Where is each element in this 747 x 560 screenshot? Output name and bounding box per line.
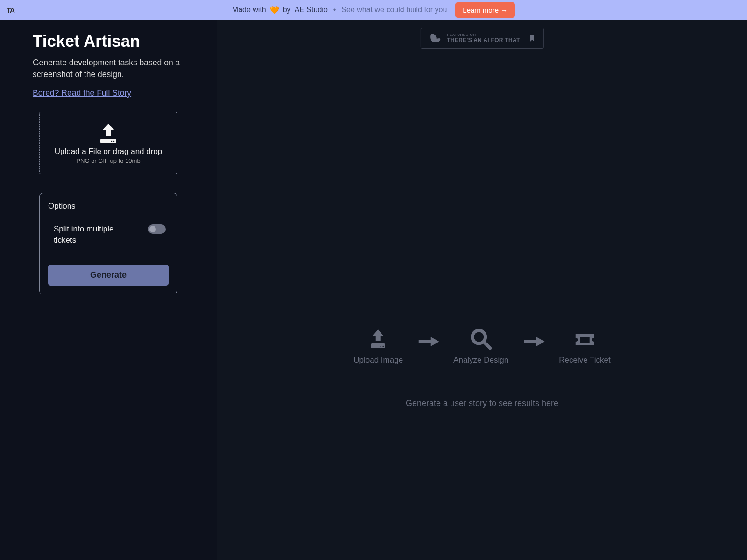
svg-rect-9	[524, 340, 537, 343]
upload-main-text: Upload a File or drag and drop	[46, 147, 170, 156]
upload-icon	[97, 122, 120, 145]
upload-step-icon	[367, 328, 389, 350]
featured-text: FEATURED ON THERE'S AN AI FOR THAT	[447, 33, 520, 43]
svg-line-8	[484, 342, 490, 348]
step-receive-label: Receive Ticket	[559, 356, 611, 365]
placeholder-text: Generate a user story to see results her…	[406, 399, 558, 408]
top-banner: TA Made with 🧡 by AE Studio • See what w…	[0, 0, 747, 20]
learn-more-button[interactable]: Learn more →	[455, 2, 515, 18]
svg-point-2	[113, 140, 115, 142]
step-analyze: Analyze Design	[453, 328, 508, 365]
option-row-split: Split into multiple tickets	[48, 224, 169, 255]
made-with-text: Made with	[232, 6, 266, 14]
arrow-right-icon	[522, 337, 545, 346]
banner-dot-separator: •	[331, 6, 338, 14]
featured-badge[interactable]: FEATURED ON THERE'S AN AI FOR THAT	[420, 28, 543, 49]
bookmark-icon	[529, 35, 535, 42]
step-upload: Upload Image	[353, 328, 403, 365]
step-upload-label: Upload Image	[353, 356, 403, 365]
magnify-icon	[470, 328, 492, 350]
featured-big-text: THERE'S AN AI FOR THAT	[447, 37, 520, 43]
arrow-right-icon	[417, 337, 439, 346]
steps-row: Upload Image Analyze Design	[353, 328, 611, 365]
banner-center: Made with 🧡 by AE Studio • See what we c…	[232, 2, 515, 18]
step-analyze-label: Analyze Design	[453, 356, 508, 365]
full-story-link[interactable]: Bored? Read the Full Story	[33, 88, 131, 98]
generate-button[interactable]: Generate	[48, 265, 169, 286]
heart-icon: 🧡	[270, 6, 279, 14]
main-layout: Ticket Artisan Generate development task…	[0, 20, 747, 560]
step-receive: Receive Ticket	[559, 328, 611, 365]
app-title: Ticket Artisan	[33, 32, 184, 50]
logo-ta[interactable]: TA	[7, 6, 14, 14]
muscle-icon	[429, 33, 441, 43]
svg-rect-10	[580, 337, 589, 343]
ae-studio-link[interactable]: AE Studio	[295, 6, 328, 14]
options-title: Options	[48, 202, 169, 216]
split-label: Split into multiple tickets	[54, 224, 128, 246]
options-card: Options Split into multiple tickets Gene…	[39, 193, 177, 295]
banner-subtext: See what we could build for you	[341, 6, 447, 14]
upload-dropzone[interactable]: Upload a File or drag and drop PNG or GI…	[39, 112, 177, 174]
upload-sub-text: PNG or GIF up to 10mb	[46, 157, 170, 164]
content-area: FEATURED ON THERE'S AN AI FOR THAT Uploa…	[217, 20, 747, 560]
sidebar: Ticket Artisan Generate development task…	[0, 20, 217, 560]
app-description: Generate development tasks based on a sc…	[33, 57, 184, 81]
ticket-icon	[573, 328, 596, 350]
by-text: by	[283, 6, 291, 14]
toggle-knob	[149, 226, 156, 232]
split-toggle[interactable]	[148, 224, 166, 234]
svg-point-4	[381, 346, 382, 347]
svg-point-1	[111, 140, 113, 142]
svg-point-5	[383, 346, 384, 347]
svg-rect-6	[419, 340, 432, 343]
